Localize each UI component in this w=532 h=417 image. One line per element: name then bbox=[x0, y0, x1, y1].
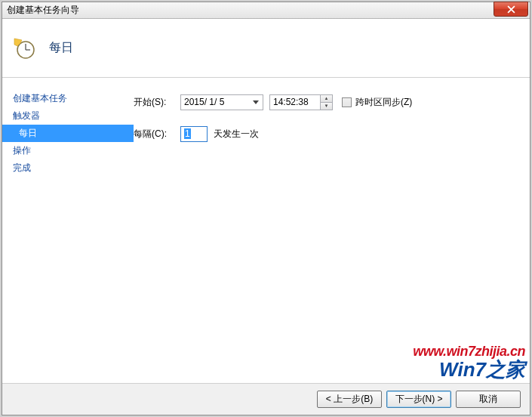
wizard-window: 创建基本任务向导 每日 创建基本任务触发器每日操作完成 开始(S): bbox=[2, 2, 530, 415]
sync-timezone-label: 跨时区同步(Z) bbox=[355, 96, 412, 109]
close-button[interactable] bbox=[494, 2, 528, 17]
recur-label: 每隔(C): bbox=[134, 128, 180, 141]
recur-row: 每隔(C): 1 天发生一次 bbox=[134, 125, 530, 143]
start-date-input[interactable]: 2015/ 1/ 5 bbox=[180, 94, 263, 110]
header: 每日 bbox=[2, 19, 530, 78]
start-time-input[interactable]: 14:52:38 ▲ ▼ bbox=[269, 94, 333, 110]
start-date-value: 2015/ 1/ 5 bbox=[184, 97, 224, 107]
clock-new-icon bbox=[13, 37, 35, 60]
footer: < 上一步(B) 下一步(N) > 取消 bbox=[2, 383, 530, 415]
sidebar: 创建基本任务触发器每日操作完成 bbox=[2, 78, 134, 383]
date-dropdown-button[interactable] bbox=[250, 97, 261, 108]
sidebar-item-2[interactable]: 每日 bbox=[2, 125, 134, 142]
content-area: 每日 创建基本任务触发器每日操作完成 开始(S): 2015/ 1/ 5 14:… bbox=[2, 19, 530, 415]
start-time-value: 14:52:38 bbox=[273, 97, 309, 107]
time-spinner: ▲ ▼ bbox=[320, 95, 332, 110]
sidebar-item-3[interactable]: 操作 bbox=[2, 142, 134, 159]
start-label: 开始(S): bbox=[134, 96, 180, 109]
spin-up-button[interactable]: ▲ bbox=[321, 95, 332, 103]
back-button[interactable]: < 上一步(B) bbox=[317, 391, 382, 408]
window-title: 创建基本任务向导 bbox=[7, 4, 79, 17]
form-area: 开始(S): 2015/ 1/ 5 14:52:38 ▲ ▼ bbox=[134, 78, 530, 383]
next-button[interactable]: 下一步(N) > bbox=[386, 391, 451, 408]
spin-down-button[interactable]: ▼ bbox=[321, 103, 332, 110]
titlebar: 创建基本任务向导 bbox=[2, 2, 530, 19]
close-icon bbox=[507, 5, 515, 14]
chevron-down-icon bbox=[253, 100, 259, 104]
sync-timezone-checkbox[interactable] bbox=[342, 97, 352, 107]
sidebar-item-4[interactable]: 完成 bbox=[2, 159, 134, 177]
recur-suffix: 天发生一次 bbox=[214, 128, 259, 141]
sidebar-item-0[interactable]: 创建基本任务 bbox=[2, 90, 134, 107]
page-title: 每日 bbox=[49, 40, 73, 56]
recur-interval-input[interactable]: 1 bbox=[180, 126, 208, 142]
main-area: 创建基本任务触发器每日操作完成 开始(S): 2015/ 1/ 5 14:52:… bbox=[2, 78, 530, 383]
start-row: 开始(S): 2015/ 1/ 5 14:52:38 ▲ ▼ bbox=[134, 93, 530, 111]
sidebar-item-1[interactable]: 触发器 bbox=[2, 107, 134, 125]
cancel-button[interactable]: 取消 bbox=[456, 391, 521, 408]
recur-interval-value: 1 bbox=[184, 128, 191, 139]
